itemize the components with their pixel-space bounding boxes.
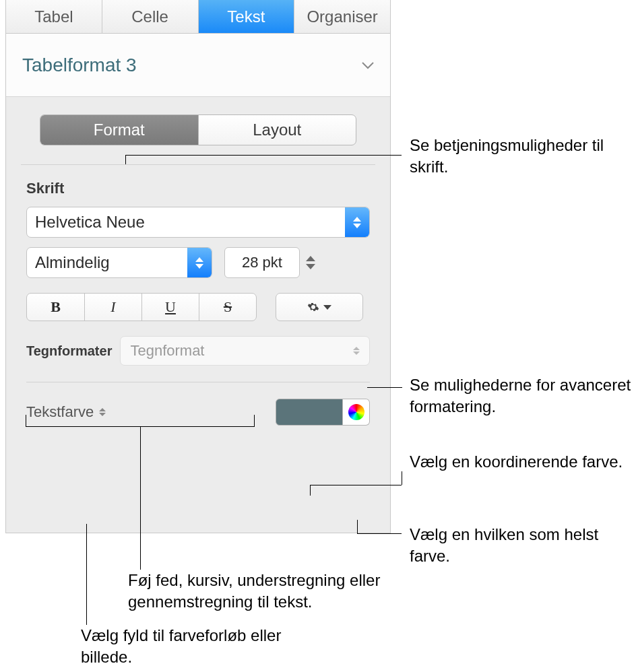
tab-organiser[interactable]: Organiser (294, 0, 390, 33)
font-section-title: Skrift (26, 165, 370, 207)
callout-line (310, 485, 311, 496)
tab-tekst[interactable]: Tekst (199, 0, 295, 33)
font-size-stepper[interactable] (304, 256, 317, 269)
callout-line (367, 387, 402, 388)
paragraph-style-label: Tabelformat 3 (22, 55, 362, 76)
format-layout-segment: Format Layout (40, 114, 356, 145)
chevron-down-icon (323, 305, 331, 310)
font-size-field[interactable]: 28 pkt (224, 247, 300, 278)
italic-button[interactable]: I (84, 294, 141, 321)
callout-format-seg: Se betjeningsmuligheder til skrift. (410, 135, 632, 178)
bius-group: B I U S (26, 293, 257, 321)
font-style-popup[interactable]: Almindelig (26, 247, 212, 278)
font-family-popup[interactable]: Helvetica Neue (26, 207, 370, 238)
callout-line (402, 471, 402, 485)
callout-line (125, 155, 126, 164)
callout-line (140, 427, 141, 570)
callout-advanced: Se mulighederne for avanceret formaterin… (410, 374, 632, 418)
segment-format[interactable]: Format (40, 115, 198, 145)
underline-button[interactable]: U (141, 294, 199, 321)
advanced-options-button[interactable] (276, 293, 363, 321)
callout-coord-color: Vælg en koordinerende farve. (410, 451, 625, 473)
color-wheel-icon (348, 404, 364, 420)
callout-bius: Føj fed, kursiv, understregning eller ge… (128, 570, 418, 613)
chevron-down-icon (362, 61, 374, 69)
top-tabs: Tabel Celle Tekst Organiser (6, 0, 390, 34)
callout-any-color: Vælg en hvilken som helst farve. (410, 524, 625, 568)
strikethrough-button[interactable]: S (199, 294, 256, 321)
popup-arrows-icon (345, 207, 369, 237)
callout-line (357, 533, 402, 534)
format-panel: Tabel Celle Tekst Organiser Tabelformat … (5, 0, 391, 533)
color-well[interactable] (276, 399, 343, 426)
font-family-value: Helvetica Neue (35, 213, 345, 232)
color-picker-button[interactable] (343, 399, 370, 426)
popup-arrows-icon (353, 347, 360, 355)
popup-arrows-icon (187, 248, 212, 277)
gear-icon (307, 301, 319, 313)
segment-layout[interactable]: Layout (198, 115, 356, 145)
bracket (26, 415, 255, 427)
character-style-popup[interactable]: Tegnformat (120, 336, 370, 366)
callout-line (86, 524, 87, 625)
character-style-placeholder: Tegnformat (130, 342, 353, 360)
callout-line (310, 485, 402, 485)
tab-tabel[interactable]: Tabel (6, 0, 102, 33)
font-style-value: Almindelig (35, 253, 187, 272)
paragraph-style-row[interactable]: Tabelformat 3 (6, 34, 390, 97)
callout-line (125, 155, 402, 156)
callout-fill: Vælg fyld til farveforløb eller billede. (81, 625, 323, 669)
stepper-up-icon (306, 256, 315, 261)
tab-celle[interactable]: Celle (102, 0, 199, 33)
callout-line (357, 520, 358, 533)
stepper-down-icon (306, 264, 315, 269)
character-styles-label: Tegnformater (26, 343, 112, 359)
bold-button[interactable]: B (27, 294, 84, 321)
